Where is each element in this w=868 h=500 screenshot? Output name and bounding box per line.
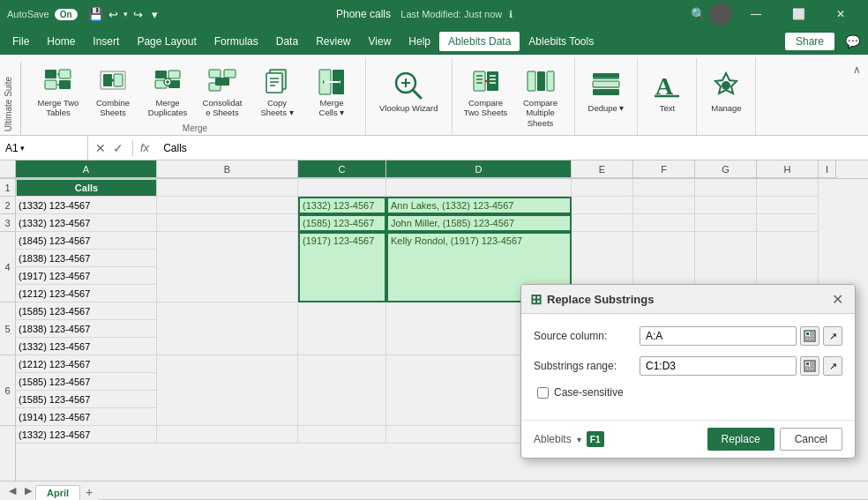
corner-cell[interactable] — [0, 160, 16, 178]
menu-page-layout[interactable]: Page Layout — [128, 32, 205, 51]
menu-file[interactable]: File — [4, 32, 38, 51]
manage-button[interactable]: Manage — [704, 63, 748, 116]
ribbon-collapse-button[interactable]: ∧ — [849, 62, 864, 78]
menu-insert[interactable]: Insert — [84, 32, 128, 51]
cell-b1[interactable] — [157, 179, 298, 197]
text-button[interactable]: A Text — [645, 63, 689, 116]
col-header-c[interactable]: C — [298, 160, 386, 178]
cell-b5[interactable] — [157, 302, 298, 355]
cell-b7[interactable] — [157, 426, 298, 444]
cell-h1[interactable] — [757, 179, 819, 197]
col-header-d[interactable]: D — [386, 160, 572, 178]
scroll-tabs-left-button[interactable]: ◀ — [5, 485, 19, 496]
merge-cells-button[interactable]: Merge Cells ▾ — [305, 63, 358, 121]
cell-e1[interactable] — [572, 179, 633, 197]
cell-f2[interactable] — [633, 197, 695, 214]
cell-a5b[interactable]: (1838) 123-4567 — [16, 320, 157, 338]
cell-a1[interactable]: Calls — [16, 179, 157, 197]
cell-c1[interactable] — [298, 179, 386, 197]
cell-g3[interactable] — [695, 214, 757, 232]
col-header-b[interactable]: B — [157, 160, 298, 178]
substrings-range-expand-button[interactable]: ↗ — [823, 356, 842, 376]
undo-dropdown-icon[interactable]: ▾ — [123, 10, 128, 19]
cell-d3[interactable]: John Miller, (1585) 123-4567 — [386, 214, 572, 232]
cell-c4[interactable]: (1917) 123-4567 — [298, 232, 386, 302]
consolidate-sheets-button[interactable]: Consolidate Sheets — [196, 63, 249, 121]
brand-dropdown-icon[interactable]: ▾ — [577, 435, 581, 444]
copy-sheets-button[interactable]: Copy Sheets ▾ — [251, 63, 303, 121]
menu-help[interactable]: Help — [400, 32, 439, 51]
cell-a5c[interactable]: (1332) 123-4567 — [16, 338, 157, 355]
col-header-f[interactable]: F — [633, 160, 695, 178]
substrings-range-select-button[interactable] — [800, 356, 819, 376]
cancel-button[interactable]: Cancel — [780, 428, 842, 451]
col-header-g[interactable]: G — [695, 160, 757, 178]
compare-two-sheets-button[interactable]: Compare Two Sheets — [460, 63, 513, 121]
cell-a3[interactable]: (1332) 123-4567 — [16, 214, 157, 232]
menu-view[interactable]: View — [360, 32, 400, 51]
case-sensitive-checkbox[interactable] — [537, 387, 549, 399]
cell-g1[interactable] — [695, 179, 757, 197]
cell-a6d[interactable]: (1914) 123-4567 — [16, 408, 157, 426]
col-header-e[interactable]: E — [572, 160, 633, 178]
vlookup-wizard-button[interactable]: Vlookup Wizard — [373, 63, 445, 116]
cell-d2[interactable]: Ann Lakes, (1332) 123-4567 — [386, 197, 572, 214]
cell-a2[interactable]: (1332) 123-4567 — [16, 197, 157, 214]
minimize-button[interactable]: — — [736, 0, 776, 28]
source-column-input[interactable] — [640, 326, 797, 346]
menu-data[interactable]: Data — [267, 32, 307, 51]
dedupe-button[interactable]: Dedupe ▾ — [582, 63, 631, 116]
search-icon[interactable]: 🔍 — [691, 7, 706, 21]
col-header-a[interactable]: A — [16, 160, 157, 178]
restore-button[interactable]: ⬜ — [778, 0, 819, 28]
add-sheet-button[interactable]: + — [80, 484, 98, 500]
share-button[interactable]: Share — [785, 33, 834, 50]
merge-two-tables-button[interactable]: Merge Two Tables — [32, 63, 85, 121]
formula-input[interactable] — [160, 142, 868, 154]
row-num-3[interactable]: 3 — [0, 214, 15, 232]
dialog-close-button[interactable]: ✕ — [828, 290, 846, 308]
cell-a4b[interactable]: (1838) 123-4567 — [16, 250, 157, 267]
name-box-dropdown[interactable]: ▾ — [20, 144, 25, 153]
menu-ablebits-tools[interactable]: Ablebits Tools — [520, 32, 602, 51]
customize-icon[interactable]: ▾ — [152, 8, 158, 21]
row-num-1[interactable]: 1 — [0, 179, 15, 197]
row-num-5[interactable]: 5 — [0, 302, 15, 355]
cell-g2[interactable] — [695, 197, 757, 214]
cell-c5[interactable] — [298, 302, 386, 355]
row-num-6[interactable]: 6 — [0, 355, 15, 426]
cell-f1[interactable] — [633, 179, 695, 197]
confirm-formula-icon[interactable]: ✓ — [111, 141, 125, 155]
compare-multiple-sheets-button[interactable]: Compare Multiple Sheets — [514, 63, 567, 131]
row-num-4[interactable]: 4 — [0, 232, 15, 302]
combine-sheets-button[interactable]: Combine Sheets — [86, 63, 139, 121]
redo-icon[interactable]: ↪ — [133, 8, 143, 21]
comment-button[interactable]: 💬 — [840, 29, 864, 54]
name-box[interactable]: A1 ▾ — [0, 136, 88, 160]
cancel-formula-icon[interactable]: ✕ — [94, 141, 108, 155]
cell-b6[interactable] — [157, 355, 298, 426]
cell-a4c[interactable]: (1917) 123-4567 — [16, 267, 157, 285]
cell-a4d[interactable]: (1212) 123-4567 — [16, 285, 157, 302]
cell-c2[interactable]: (1332) 123-4567 — [298, 197, 386, 214]
cell-b3[interactable] — [157, 214, 298, 232]
cell-h2[interactable] — [757, 197, 819, 214]
menu-formulas[interactable]: Formulas — [206, 32, 267, 51]
undo-icon[interactable]: ↩ — [108, 8, 118, 21]
cell-h3[interactable] — [757, 214, 819, 232]
cell-e3[interactable] — [572, 214, 633, 232]
cell-b2[interactable] — [157, 197, 298, 214]
modified-info-icon[interactable]: ℹ — [509, 9, 513, 19]
cell-d1[interactable] — [386, 179, 572, 197]
f1-help-button[interactable]: F1 — [587, 431, 604, 447]
cell-a6a[interactable]: (1212) 123-4567 — [16, 355, 157, 373]
row-num-2[interactable]: 2 — [0, 197, 15, 214]
autosave-toggle[interactable]: On — [55, 9, 78, 20]
sheet-tab-april[interactable]: April — [35, 485, 80, 500]
profile-avatar[interactable] — [709, 3, 732, 26]
substrings-range-input[interactable] — [640, 356, 797, 376]
cell-e2[interactable] — [572, 197, 633, 214]
menu-home[interactable]: Home — [38, 32, 84, 51]
cell-a7[interactable]: (1332) 123-4567 — [16, 426, 157, 444]
col-header-h[interactable]: H — [757, 160, 819, 178]
